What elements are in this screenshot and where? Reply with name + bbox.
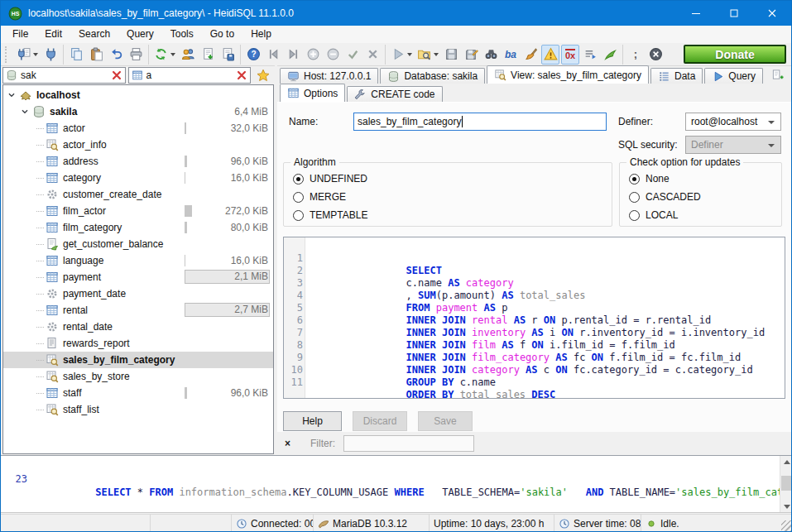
export-tables-button[interactable] xyxy=(199,45,217,65)
run-query-button[interactable] xyxy=(389,45,414,65)
save-sql-as-button[interactable] xyxy=(462,45,480,65)
menu-item[interactable]: Tools xyxy=(162,26,202,42)
highlight-errors-button[interactable] xyxy=(541,45,559,65)
tree-row[interactable]: customer_create_date xyxy=(3,186,273,203)
open-sql-file-button[interactable] xyxy=(415,45,440,65)
sql-editor[interactable]: 1 SELECT 2 c.name AS category 3 , xyxy=(283,237,785,399)
menu-item[interactable]: File xyxy=(4,26,36,42)
query-history-button[interactable] xyxy=(581,45,599,65)
post-changes-button[interactable] xyxy=(343,45,362,65)
help-button[interactable]: Help xyxy=(283,411,342,431)
tree-row[interactable]: address 96,0 KiB xyxy=(3,153,273,170)
tree-row[interactable]: localhost xyxy=(3,87,273,103)
close-button[interactable] xyxy=(753,1,791,26)
check-option-radio[interactable]: CASCADED xyxy=(620,188,781,206)
menu-item[interactable]: Help xyxy=(242,26,280,42)
minimize-button[interactable] xyxy=(677,1,715,26)
save-sql-button[interactable] xyxy=(442,45,460,65)
algorithm-radio-option[interactable]: MERGE xyxy=(284,188,612,206)
toolbar-grip-handle[interactable] xyxy=(5,46,8,63)
tab-create-code[interactable]: CREATE code xyxy=(347,86,442,102)
tree-row[interactable]: actor 32,0 KiB xyxy=(3,120,273,137)
donate-button[interactable]: Donate xyxy=(684,45,786,64)
save-button[interactable]: Save xyxy=(418,411,473,431)
tab-database[interactable]: Database: sakila xyxy=(380,68,485,84)
tree-row[interactable]: sales_by_film_category xyxy=(3,352,273,368)
expand-chevron-icon[interactable] xyxy=(19,106,31,117)
scroll-thumb[interactable] xyxy=(781,476,792,491)
replace-text-button[interactable]: ba xyxy=(502,45,520,65)
menu-item[interactable]: Query xyxy=(118,26,162,42)
tree-row[interactable]: payment_date xyxy=(3,285,273,302)
tree-row[interactable]: language 16,0 KiB xyxy=(3,252,273,269)
maximize-button[interactable] xyxy=(715,1,753,26)
undo-button[interactable] xyxy=(107,45,125,65)
clear-database-filter-icon[interactable] xyxy=(111,69,122,81)
tree-row[interactable]: staff 96,0 KiB xyxy=(3,385,273,401)
reformat-sql-button[interactable] xyxy=(521,45,540,65)
tab-data[interactable]: Data xyxy=(650,68,703,84)
last-record-button[interactable] xyxy=(284,45,302,65)
tree-row[interactable]: rental_date xyxy=(3,319,273,335)
menu-item[interactable]: Search xyxy=(70,26,118,42)
clear-table-filter-icon[interactable] xyxy=(236,69,247,81)
filter-input[interactable] xyxy=(343,435,474,452)
paste-button[interactable] xyxy=(87,45,105,65)
tree-row[interactable]: rental 2,7 MiB xyxy=(3,302,273,319)
check-option-radio[interactable]: None xyxy=(620,170,781,188)
menu-item[interactable]: Go to xyxy=(202,26,242,42)
tree-row[interactable]: sales_by_store xyxy=(3,368,273,385)
tree-row[interactable]: get_customer_balance xyxy=(3,236,273,252)
copy-button[interactable] xyxy=(67,45,85,65)
algorithm-radio-option[interactable]: UNDEFINED xyxy=(284,170,612,188)
tree-row[interactable]: category 16,0 KiB xyxy=(3,170,273,186)
close-filter-icon[interactable]: × xyxy=(285,438,290,449)
favorites-filter-button[interactable] xyxy=(253,67,273,84)
cancel-editing-button[interactable] xyxy=(363,45,382,65)
scroll-down-arrow[interactable] xyxy=(780,500,792,512)
discard-button[interactable]: Discard xyxy=(353,411,407,431)
tree-row[interactable]: sakila 6,4 MiB xyxy=(3,103,273,120)
new-query-tab-button[interactable] xyxy=(768,67,786,82)
hex-view-button[interactable]: 0x xyxy=(561,45,579,65)
tab-host[interactable]: Host: 127.0.0.1 xyxy=(280,68,378,84)
toolbar-overflow-button[interactable]: ; xyxy=(626,45,645,65)
database-filter-input[interactable]: sak xyxy=(2,67,126,84)
menu-item[interactable]: Edit xyxy=(36,26,70,42)
refresh-button[interactable] xyxy=(152,45,177,65)
first-record-button[interactable] xyxy=(264,45,282,65)
save-snippet-button[interactable] xyxy=(218,45,237,65)
scroll-up-arrow[interactable] xyxy=(780,456,792,468)
definer-combobox[interactable]: root@localhost xyxy=(685,113,781,131)
algorithm-radio-option[interactable]: TEMPTABLE xyxy=(284,206,612,224)
print-button[interactable] xyxy=(127,45,145,65)
tree-item-icon xyxy=(46,370,59,383)
table-filter-input[interactable]: a xyxy=(128,67,252,84)
user-manager-button[interactable] xyxy=(179,45,197,65)
view-name-input[interactable]: sales_by_film_category xyxy=(353,113,607,131)
insert-record-button[interactable] xyxy=(304,45,322,65)
online-help-button[interactable]: ? xyxy=(244,45,262,65)
find-text-button[interactable] xyxy=(482,45,500,65)
session-manager-button[interactable] xyxy=(15,45,40,65)
sql-security-combobox[interactable]: Definer xyxy=(685,136,781,154)
check-option-radio[interactable]: LOCAL xyxy=(620,206,781,224)
tab-options[interactable]: Options xyxy=(280,84,345,102)
tree-row[interactable]: film_category 80,0 KiB xyxy=(3,219,273,236)
stop-process-button[interactable] xyxy=(646,45,665,65)
toolbar-button-icon xyxy=(70,47,84,61)
log-scrollbar[interactable] xyxy=(780,456,792,512)
tree-row[interactable]: actor_info xyxy=(3,137,273,153)
tree-row[interactable]: film_actor 272,0 KiB xyxy=(3,203,273,219)
tree-row[interactable]: staff_list xyxy=(3,401,273,418)
disconnect-button[interactable] xyxy=(41,45,60,65)
delete-record-button[interactable] xyxy=(324,45,342,65)
resize-grip[interactable] xyxy=(781,520,792,531)
radio-icon xyxy=(629,174,640,185)
reconnect-button[interactable] xyxy=(601,45,619,65)
tab-query[interactable]: Query xyxy=(704,68,763,84)
tab-view[interactable]: View: sales_by_film_category xyxy=(487,65,649,84)
expand-chevron-icon[interactable] xyxy=(6,89,17,101)
tree-row[interactable]: payment 2,1 MiB xyxy=(3,269,273,285)
tree-row[interactable]: rewards_report xyxy=(3,335,273,352)
